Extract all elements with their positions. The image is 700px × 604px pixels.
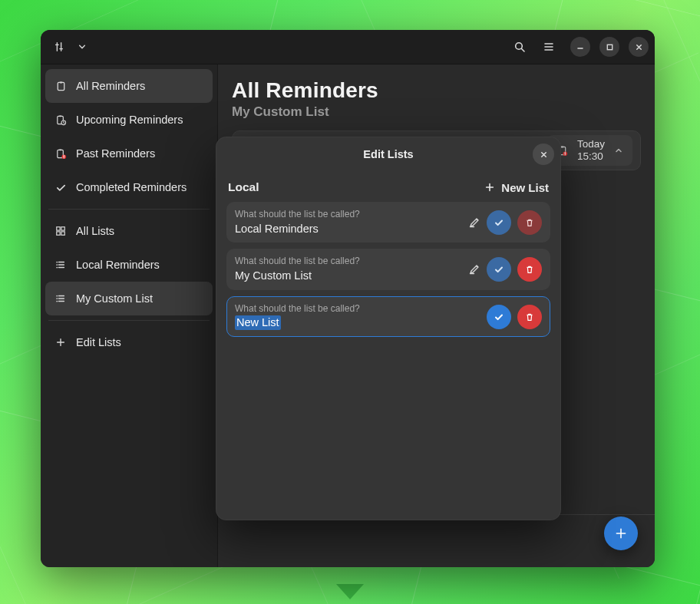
- hamburger-menu-icon[interactable]: [537, 35, 561, 59]
- new-list-button[interactable]: New List: [484, 181, 549, 194]
- svg-point-17: [56, 295, 58, 297]
- search-icon[interactable]: [507, 35, 532, 59]
- svg-rect-21: [561, 146, 564, 147]
- svg-rect-12: [57, 232, 60, 235]
- list-icon: [54, 292, 67, 305]
- list-name-input[interactable]: What should the list be called? New List: [235, 303, 479, 330]
- svg-rect-3: [59, 81, 62, 83]
- input-placeholder: What should the list be called?: [235, 209, 461, 221]
- input-placeholder: What should the list be called?: [235, 303, 479, 315]
- date-label: Today: [577, 138, 605, 150]
- app-menu-icon[interactable]: [47, 35, 71, 59]
- sidebar-separator: [48, 320, 210, 321]
- svg-point-14: [56, 262, 58, 263]
- sidebar-item-label: Edit Lists: [76, 336, 121, 348]
- check-icon: [54, 181, 67, 193]
- edit-lists-dialog: Edit Lists Local New List What should th…: [216, 137, 561, 520]
- list-row: What should the list be called? My Custo…: [226, 249, 550, 289]
- svg-point-15: [56, 264, 58, 266]
- sidebar-item-edit-lists[interactable]: Edit Lists: [45, 325, 213, 359]
- confirm-button[interactable]: [487, 305, 511, 329]
- svg-point-16: [56, 267, 58, 269]
- confirm-button[interactable]: [487, 257, 511, 282]
- chevron-up-icon: [614, 146, 623, 155]
- sidebar-item-label: Completed Reminders: [76, 181, 187, 193]
- list-row: What should the list be called? New List: [226, 296, 550, 337]
- sidebar-item-label: All Lists: [76, 225, 114, 237]
- dialog-title: Edit Lists: [216, 137, 561, 171]
- edit-icon[interactable]: [468, 216, 480, 229]
- svg-rect-10: [57, 227, 60, 230]
- maximize-button[interactable]: [599, 37, 619, 57]
- confirm-button[interactable]: [487, 210, 511, 235]
- dialog-close-button[interactable]: [533, 144, 554, 165]
- sidebar-item-all-reminders[interactable]: All Reminders: [45, 69, 213, 103]
- input-placeholder: What should the list be called?: [235, 256, 461, 268]
- svg-rect-11: [61, 227, 64, 230]
- sidebar-item-label: All Reminders: [76, 80, 145, 92]
- minimize-button[interactable]: [570, 37, 590, 57]
- delete-button[interactable]: [517, 210, 542, 235]
- plus-icon: [54, 336, 67, 348]
- app-window: All Reminders Upcoming Reminders Past Re…: [41, 30, 655, 567]
- svg-rect-13: [61, 232, 64, 235]
- sidebar: All Reminders Upcoming Reminders Past Re…: [41, 64, 218, 567]
- sidebar-item-completed[interactable]: Completed Reminders: [45, 170, 213, 204]
- bottom-strip: [218, 514, 655, 567]
- list-row: What should the list be called? Local Re…: [226, 202, 550, 243]
- grid-icon: [54, 225, 67, 237]
- add-reminder-button[interactable]: [604, 517, 638, 550]
- sidebar-item-label: Past Reminders: [76, 147, 155, 160]
- svg-rect-1: [607, 45, 612, 49]
- delete-button[interactable]: [517, 305, 542, 329]
- sidebar-item-upcoming[interactable]: Upcoming Reminders: [45, 103, 213, 137]
- sidebar-separator: [48, 209, 210, 210]
- input-value: Local Reminders: [235, 222, 461, 236]
- svg-point-18: [56, 298, 58, 299]
- sidebar-item-my-custom-list[interactable]: My Custom List: [45, 282, 213, 315]
- sidebar-item-all-lists[interactable]: All Lists: [45, 214, 213, 248]
- list-icon: [54, 259, 67, 271]
- sidebar-item-label: My Custom List: [76, 292, 153, 305]
- sidebar-item-label: Upcoming Reminders: [76, 114, 183, 126]
- svg-rect-8: [58, 149, 61, 150]
- page-title: All Reminders: [232, 78, 641, 103]
- titlebar: [41, 30, 655, 64]
- time-label: 15:30: [577, 150, 605, 163]
- svg-rect-5: [58, 115, 61, 117]
- clipboard-icon: [54, 80, 67, 92]
- sidebar-item-local-reminders[interactable]: Local Reminders: [45, 248, 213, 282]
- list-group-title: Local: [228, 180, 259, 194]
- svg-rect-2: [58, 82, 64, 90]
- edit-icon[interactable]: [468, 263, 480, 276]
- page-subtitle: My Custom List: [232, 104, 641, 120]
- sidebar-item-past[interactable]: Past Reminders: [45, 137, 213, 170]
- svg-point-19: [56, 301, 58, 302]
- delete-button[interactable]: [517, 257, 542, 282]
- clipboard-clock-icon: [54, 114, 67, 126]
- list-name-input[interactable]: What should the list be called? Local Re…: [235, 209, 461, 236]
- new-list-label: New List: [501, 181, 549, 194]
- close-button[interactable]: [629, 37, 649, 57]
- app-menu-chevron-icon[interactable]: [74, 35, 90, 59]
- input-value: New List: [235, 315, 281, 330]
- list-name-input[interactable]: What should the list be called? My Custo…: [235, 256, 461, 282]
- input-value: My Custom List: [235, 269, 461, 283]
- plus-icon: [484, 182, 495, 193]
- clipboard-alert-icon: [54, 147, 67, 160]
- sidebar-item-label: Local Reminders: [76, 259, 160, 271]
